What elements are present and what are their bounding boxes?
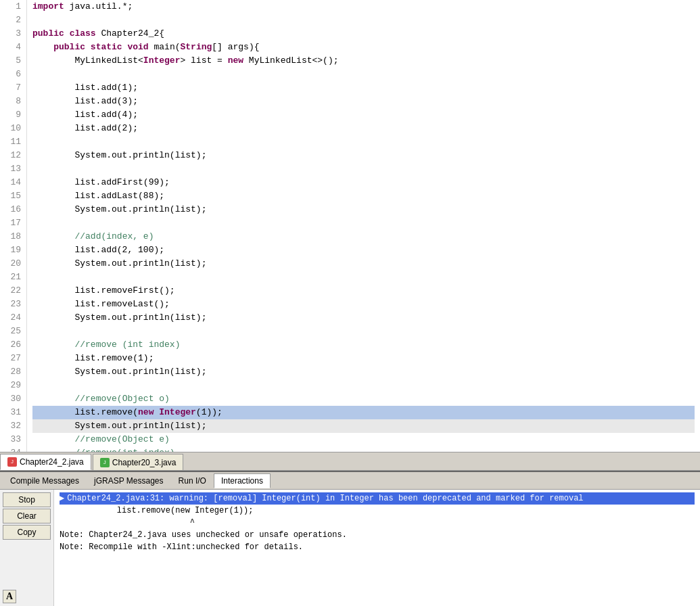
code-line xyxy=(32,14,695,27)
code-line: //remove(Object o) xyxy=(32,392,695,406)
bottom-tab[interactable]: Interactions xyxy=(214,473,271,488)
copy-button[interactable]: Copy xyxy=(3,525,51,540)
font-size-button[interactable]: A xyxy=(3,590,16,603)
line-number: 4 xyxy=(5,41,21,54)
tab-label: Chapter20_3.java xyxy=(112,458,177,467)
arrow-indicator: ▶ xyxy=(60,494,64,503)
line-number: 5 xyxy=(5,54,21,68)
line-numbers: 1234567891011121314151617181920212223242… xyxy=(0,0,27,452)
code-line: list.removeFirst(); xyxy=(32,284,695,298)
output-line: Note: Chapter24_2.java uses unchecked or… xyxy=(60,529,695,541)
line-number: 24 xyxy=(5,311,21,325)
code-line: list.add(2); xyxy=(32,122,695,135)
line-number: 3 xyxy=(5,27,21,41)
line-number: 6 xyxy=(5,68,21,81)
line-number: 18 xyxy=(5,230,21,243)
editor-area: 1234567891011121314151617181920212223242… xyxy=(0,0,700,452)
line-number: 17 xyxy=(5,216,21,230)
line-number: 11 xyxy=(5,135,21,149)
code-line: System.out.println(list); xyxy=(32,365,695,379)
line-number: 2 xyxy=(5,14,21,27)
line-number: 27 xyxy=(5,352,21,365)
line-number: 16 xyxy=(5,203,21,216)
code-line: public static void main(String[] args){ xyxy=(32,41,695,54)
code-line: import java.util.*; xyxy=(32,0,695,14)
code-line xyxy=(32,379,695,392)
line-number: 21 xyxy=(5,271,21,284)
code-line: list.add(2, 100); xyxy=(32,243,695,257)
output-line: list.remove(new Integer(1)); xyxy=(60,505,695,517)
line-number: 25 xyxy=(5,325,21,338)
line-number: 15 xyxy=(5,189,21,203)
java-file-icon: J xyxy=(100,458,110,467)
code-line: list.remove(new Integer(1)); xyxy=(32,406,695,419)
code-line xyxy=(32,271,695,284)
code-line: System.out.println(list); xyxy=(32,257,695,271)
code-line: list.addFirst(99); xyxy=(32,176,695,189)
output-text: Chapter24_2.java:31: warning: [removal] … xyxy=(67,494,583,503)
line-number: 10 xyxy=(5,122,21,135)
line-number: 7 xyxy=(5,81,21,95)
bottom-tabs: Compile MessagesjGRASP MessagesRun I/OIn… xyxy=(0,472,700,490)
code-line xyxy=(32,325,695,338)
line-number: 29 xyxy=(5,379,21,392)
bottom-tab[interactable]: jGRASP Messages xyxy=(87,473,171,488)
line-number: 9 xyxy=(5,108,21,122)
line-number: 31 xyxy=(5,406,21,419)
code-line: public class Chapter24_2{ xyxy=(32,27,695,41)
code-line: System.out.println(list); xyxy=(32,149,695,162)
java-file-icon: J xyxy=(7,457,17,467)
code-line: list.add(4); xyxy=(32,108,695,122)
code-line: list.add(3); xyxy=(32,95,695,108)
code-line: list.add(1); xyxy=(32,81,695,95)
line-number: 22 xyxy=(5,284,21,298)
editor-tab[interactable]: JChapter20_3.java xyxy=(93,454,184,470)
line-number: 23 xyxy=(5,298,21,311)
side-buttons: Stop Clear Copy A xyxy=(0,490,54,606)
stop-button[interactable]: Stop xyxy=(3,492,51,507)
line-number: 19 xyxy=(5,243,21,257)
clear-button[interactable]: Clear xyxy=(3,509,51,523)
output-line: ▶Chapter24_2.java:31: warning: [removal]… xyxy=(60,492,695,505)
code-line: list.removeLast(); xyxy=(32,298,695,311)
editor-tab[interactable]: JChapter24_2.java xyxy=(0,454,91,470)
code-line: list.addLast(88); xyxy=(32,189,695,203)
code-line xyxy=(32,162,695,176)
output-line: ^ xyxy=(60,517,695,529)
code-line: MyLinkedList<Integer> list = new MyLinke… xyxy=(32,54,695,68)
code-line: System.out.println(list); xyxy=(32,419,695,433)
code-line xyxy=(32,216,695,230)
line-number: 12 xyxy=(5,149,21,162)
bottom-panel: Compile MessagesjGRASP MessagesRun I/OIn… xyxy=(0,471,700,606)
line-number: 34 xyxy=(5,446,21,452)
line-number: 8 xyxy=(5,95,21,108)
line-number: 30 xyxy=(5,392,21,406)
line-number: 20 xyxy=(5,257,21,271)
code-line: //remove(int index) xyxy=(32,446,695,452)
editor-tab-bar: JChapter24_2.javaJChapter20_3.java xyxy=(0,452,700,471)
code-container[interactable]: 1234567891011121314151617181920212223242… xyxy=(0,0,700,452)
line-number: 26 xyxy=(5,338,21,352)
bottom-content: Stop Clear Copy A ▶Chapter24_2.java:31: … xyxy=(0,490,700,606)
code-line: list.remove(1); xyxy=(32,352,695,365)
code-line: //remove(Object e) xyxy=(32,433,695,446)
line-number: 33 xyxy=(5,433,21,446)
line-number: 1 xyxy=(5,0,21,14)
code-line: System.out.println(list); xyxy=(32,203,695,216)
bottom-tab[interactable]: Compile Messages xyxy=(3,473,87,488)
line-number: 14 xyxy=(5,176,21,189)
code-line: System.out.println(list); xyxy=(32,311,695,325)
tab-label: Chapter24_2.java xyxy=(20,457,84,467)
code-line: //add(index, e) xyxy=(32,230,695,243)
code-content[interactable]: import java.util.*; public class Chapter… xyxy=(27,0,700,452)
code-line: //remove (int index) xyxy=(32,338,695,352)
output-line: Note: Recompile with -Xlint:unchecked fo… xyxy=(60,541,695,553)
code-line xyxy=(32,135,695,149)
line-number: 28 xyxy=(5,365,21,379)
line-number: 13 xyxy=(5,162,21,176)
bottom-tab[interactable]: Run I/O xyxy=(171,473,214,488)
line-number: 32 xyxy=(5,419,21,433)
output-area[interactable]: ▶Chapter24_2.java:31: warning: [removal]… xyxy=(54,490,700,606)
code-line xyxy=(32,68,695,81)
